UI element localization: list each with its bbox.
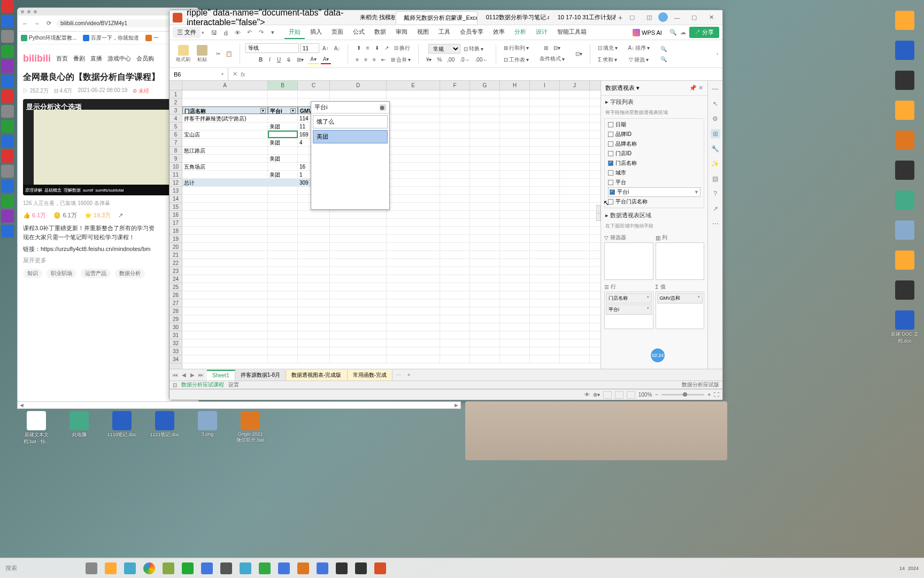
row-header[interactable]: 4 — [170, 115, 182, 123]
cell[interactable] — [530, 235, 560, 242]
nav-item[interactable]: 首页 — [56, 55, 68, 63]
cell[interactable] — [330, 307, 387, 315]
align-middle-icon[interactable]: ≡ — [364, 43, 372, 53]
desktop-shortcut[interactable]: 新建 DOC 文档.doc — [890, 310, 920, 345]
format-painter-icon[interactable] — [178, 45, 189, 56]
desktop-shortcut[interactable]: 此电脑 — [64, 411, 94, 445]
cell[interactable] — [387, 187, 440, 194]
document-tab[interactable]: 来稻壳 找模板 — [352, 11, 395, 24]
pivot-field-item[interactable]: 日期 — [608, 120, 700, 130]
desktop-shortcut[interactable]: 3.png — [192, 411, 222, 445]
cell[interactable] — [440, 243, 470, 250]
cell[interactable] — [182, 347, 268, 355]
cell[interactable] — [298, 355, 330, 363]
row-header[interactable]: 11 — [170, 171, 182, 179]
cell[interactable] — [500, 171, 530, 178]
taskbar-wechat[interactable] — [179, 560, 197, 576]
cell[interactable] — [560, 115, 590, 122]
desktop-shortcut[interactable] — [890, 161, 920, 180]
cell[interactable] — [440, 219, 470, 226]
taskbar-wps[interactable] — [371, 560, 389, 576]
cell[interactable] — [182, 171, 268, 178]
pivot-field-chip[interactable]: GMV总和▾ — [657, 293, 703, 303]
nav-item[interactable]: 番剧 — [73, 55, 85, 63]
cell[interactable] — [387, 147, 440, 154]
row-header[interactable]: 12 — [170, 179, 182, 187]
cell[interactable] — [560, 98, 590, 106]
cell[interactable] — [440, 171, 470, 178]
cell[interactable] — [560, 259, 590, 267]
cell[interactable] — [440, 275, 470, 283]
row-header[interactable]: 34 — [170, 355, 182, 363]
cell[interactable] — [268, 203, 298, 210]
dock-icon[interactable] — [1, 30, 14, 43]
cell[interactable] — [500, 283, 530, 291]
cell[interactable] — [470, 98, 500, 106]
desktop-shortcut[interactable] — [890, 131, 920, 150]
field-checkbox[interactable] — [608, 132, 613, 137]
sheet-tab[interactable]: 数据透视图表-完成版 — [286, 370, 347, 381]
cell[interactable] — [182, 123, 268, 130]
cell[interactable] — [500, 90, 530, 98]
increase-font-icon[interactable]: A↑ — [320, 43, 331, 53]
share-button[interactable]: ↗ — [118, 212, 123, 219]
cell[interactable] — [470, 307, 500, 315]
cell[interactable] — [268, 283, 298, 291]
cell[interactable] — [530, 275, 560, 283]
cell[interactable] — [298, 323, 330, 331]
cell[interactable] — [268, 179, 298, 186]
cell[interactable] — [387, 323, 440, 331]
cell[interactable] — [530, 107, 560, 114]
pivot-field-item[interactable]: 平台门店名称 — [608, 197, 700, 207]
row-header[interactable]: 15 — [170, 203, 182, 211]
cell[interactable] — [560, 187, 590, 194]
delete-cells-icon[interactable]: ⊟▾ — [551, 44, 563, 52]
cell[interactable] — [330, 283, 387, 291]
slicer-item[interactable]: 饿了么 — [313, 115, 388, 128]
cell[interactable] — [387, 355, 440, 363]
cell[interactable] — [298, 259, 330, 267]
cell[interactable] — [440, 267, 470, 275]
cell[interactable] — [440, 131, 470, 138]
cell[interactable] — [387, 131, 440, 138]
fx-icon[interactable]: fx — [241, 71, 245, 78]
cell[interactable]: 美团 — [268, 171, 298, 178]
dock-icon[interactable] — [1, 0, 14, 13]
cell[interactable] — [530, 155, 560, 162]
field-checkbox[interactable] — [608, 170, 613, 176]
tag[interactable]: 数据分析 — [115, 269, 145, 278]
col-header[interactable]: F — [440, 81, 470, 90]
row-header[interactable]: 19 — [170, 235, 182, 243]
taskbar-app[interactable] — [275, 560, 293, 576]
cell[interactable] — [560, 131, 590, 138]
menu-tab-design[interactable]: 设计 — [532, 26, 552, 39]
cell[interactable] — [330, 227, 387, 234]
merge-button[interactable]: ⊞ 合并▾ — [389, 55, 413, 65]
menu-tab-view[interactable]: 视图 — [413, 26, 433, 39]
cell[interactable] — [440, 291, 470, 299]
row-header[interactable]: 33 — [170, 347, 182, 355]
col-header[interactable]: B — [268, 81, 298, 90]
cell[interactable] — [500, 243, 530, 250]
cell[interactable] — [387, 171, 440, 178]
cell[interactable] — [182, 90, 268, 98]
cell[interactable] — [440, 187, 470, 194]
cell[interactable] — [500, 123, 530, 130]
filter-button[interactable]: ▽ 筛选▾ — [627, 55, 651, 65]
copy-icon[interactable]: 📋 — [224, 50, 234, 58]
cell[interactable] — [470, 107, 500, 114]
underline-icon[interactable]: U — [275, 55, 283, 64]
percent-icon[interactable]: % — [435, 56, 444, 64]
cell[interactable] — [530, 90, 560, 98]
taskbar-app[interactable] — [256, 560, 274, 576]
desktop-shortcut[interactable] — [890, 220, 920, 240]
cell[interactable] — [440, 163, 470, 170]
cell[interactable]: 五角场店 — [182, 163, 268, 170]
field-list[interactable]: 日期品牌ID品牌名称门店ID门店名称城市平台平台i▼平台门店名称 — [604, 118, 704, 208]
cell[interactable] — [387, 251, 440, 258]
font-size-input[interactable] — [300, 43, 319, 53]
cell[interactable] — [440, 123, 470, 130]
cell[interactable] — [268, 323, 298, 331]
bookmark-item[interactable]: 百度一下，你就知道 — [83, 34, 139, 42]
cell[interactable] — [500, 331, 530, 339]
